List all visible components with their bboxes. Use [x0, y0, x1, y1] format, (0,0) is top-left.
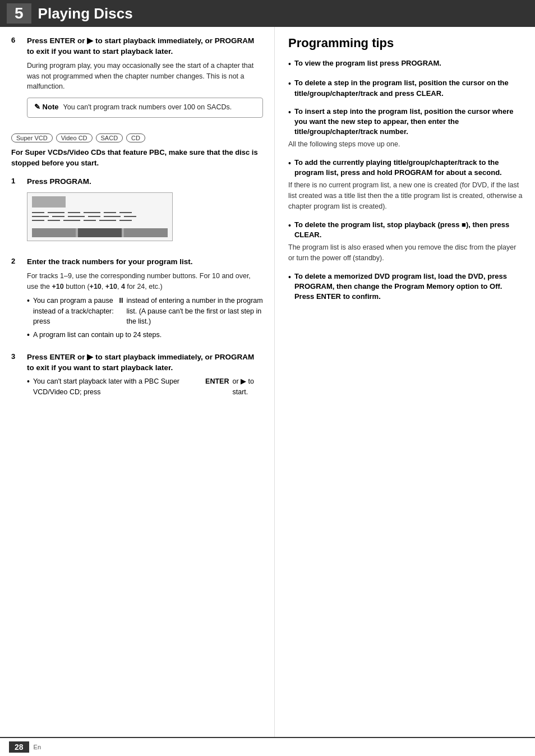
- footer-box-2: [78, 228, 122, 237]
- dash: [119, 220, 132, 221]
- step-1-number: 1: [11, 177, 27, 250]
- step-1-content: Press PROGRAM.: [27, 177, 263, 250]
- chapter-header: 5 Playing Discs: [0, 0, 535, 27]
- step-3-content: Press ENTER or ▶ to start playback immed…: [27, 352, 263, 401]
- dash: [104, 216, 121, 217]
- page-footer: 28 En: [0, 737, 535, 756]
- diagram-rows: [27, 210, 172, 227]
- bullet-pause: You can program a pause instead of a tra…: [27, 296, 263, 327]
- tip-4-detail: If there is no current program list, a n…: [288, 180, 524, 211]
- tip-5-bullet: To delete the program list, stop playbac…: [288, 220, 524, 240]
- tip-1-bullet: To view the program list press PROGRAM.: [288, 58, 524, 70]
- tip-4: To add the currently playing title/group…: [288, 158, 524, 212]
- diagram-footer: [32, 228, 168, 237]
- badge-super-vcd: Super VCD: [11, 133, 53, 142]
- footer-box-3: [124, 228, 168, 237]
- dash: [99, 220, 116, 221]
- footer-box-1: [32, 228, 76, 237]
- tips-list: To view the program list press PROGRAM. …: [288, 58, 524, 302]
- step-6-title: Press ENTER or ▶ to start playback immed…: [27, 36, 263, 57]
- chapter-title: Playing Discs: [38, 5, 133, 22]
- dash: [32, 220, 44, 221]
- diagram-row-1: [32, 212, 168, 213]
- dash: [68, 212, 80, 213]
- note-box: ✎ Note You can't program track numbers o…: [27, 98, 263, 118]
- tip-5-detail: The program list is also erased when you…: [288, 242, 524, 264]
- badge-cd: CD: [126, 133, 145, 142]
- badge-sacd: SACD: [96, 133, 123, 142]
- step-2-bullets: You can program a pause instead of a tra…: [27, 296, 263, 341]
- step-6-number: 6: [11, 36, 27, 126]
- note-icon-area: ✎ Note: [34, 103, 59, 113]
- format-badges: Super VCD Video CD SACD CD: [11, 133, 263, 142]
- main-content: 6 Press ENTER or ▶ to start playback imm…: [0, 27, 535, 737]
- tip-5-main: To delete the program list, stop playbac…: [294, 220, 524, 240]
- dash: [84, 212, 100, 213]
- dash: [32, 216, 49, 217]
- step-3-title: Press ENTER or ▶ to start playback immed…: [27, 352, 263, 374]
- tip-2-bullet: To delete a step in the program list, po…: [288, 78, 524, 98]
- dash: [48, 220, 60, 221]
- step-2-content: Enter the track numbers for your program…: [27, 257, 263, 344]
- bullet-pbc-limit: You can't start playback later with a PB…: [27, 376, 263, 398]
- step-3-bullets: You can't start playback later with a PB…: [27, 376, 263, 398]
- bullet-24steps: A program list can contain up to 24 step…: [27, 330, 263, 341]
- tip-3: To insert a step into the program list, …: [288, 107, 524, 150]
- step-2-body: For tracks 1–9, use the corresponding nu…: [27, 271, 263, 292]
- page: 5 Playing Discs 6 Press ENTER or ▶ to st…: [0, 0, 535, 756]
- pbc-text: For Super VCDs/Video CDs that feature PB…: [11, 147, 263, 169]
- badge-video-cd: Video CD: [56, 133, 93, 142]
- dash: [104, 212, 116, 213]
- tip-6-main: To delete a memorized DVD program list, …: [294, 271, 524, 302]
- left-column: 6 Press ENTER or ▶ to start playback imm…: [0, 27, 275, 737]
- chapter-number: 5: [7, 3, 31, 24]
- tip-5: To delete the program list, stop playbac…: [288, 220, 524, 264]
- note-content: You can't program track numbers over 100…: [63, 103, 232, 113]
- tips-title: Programming tips: [288, 36, 524, 50]
- tip-2: To delete a step in the program list, po…: [288, 78, 524, 98]
- tip-1-main: To view the program list press PROGRAM.: [294, 58, 441, 70]
- tip-4-bullet: To add the currently playing title/group…: [288, 158, 524, 178]
- dash: [52, 216, 64, 217]
- tip-6-bullet: To delete a memorized DVD program list, …: [288, 271, 524, 302]
- dash: [124, 216, 136, 217]
- dash: [48, 212, 64, 213]
- page-number: 28: [9, 741, 29, 753]
- step-1-title: Press PROGRAM.: [27, 177, 263, 187]
- diagram-row-3: [32, 220, 168, 221]
- step-6-content: Press ENTER or ▶ to start playback immed…: [27, 36, 263, 126]
- step-2-number: 2: [11, 257, 27, 344]
- right-column: Programming tips To view the program lis…: [275, 27, 535, 737]
- dash: [84, 220, 96, 221]
- step-6: 6 Press ENTER or ▶ to start playback imm…: [11, 36, 263, 126]
- tip-3-main: To insert a step into the program list, …: [294, 107, 524, 137]
- tip-3-bullet: To insert a step into the program list, …: [288, 107, 524, 137]
- step-3: 3 Press ENTER or ▶ to start playback imm…: [11, 352, 263, 401]
- dash: [63, 220, 80, 221]
- step-2: 2 Enter the track numbers for your progr…: [11, 257, 263, 344]
- diagram-row-2: [32, 216, 168, 217]
- tip-3-detail: All the following steps move up one.: [288, 139, 524, 150]
- dash: [68, 216, 85, 217]
- tip-4-main: To add the currently playing title/group…: [294, 158, 524, 178]
- dash: [119, 212, 132, 213]
- page-lang: En: [34, 744, 41, 750]
- dash: [88, 216, 100, 217]
- dash: [32, 212, 44, 213]
- step-2-title: Enter the track numbers for your program…: [27, 257, 263, 268]
- note-text: You can't program track numbers over 100…: [63, 103, 232, 113]
- tip-2-main: To delete a step in the program list, po…: [294, 78, 524, 98]
- tip-1: To view the program list press PROGRAM.: [288, 58, 524, 70]
- step-6-body: During program play, you may occasionall…: [27, 61, 263, 92]
- note-label: ✎ Note: [34, 103, 59, 111]
- diagram-header-bar: [32, 196, 66, 208]
- program-list-diagram: [27, 192, 173, 241]
- step-3-number: 3: [11, 352, 27, 401]
- tip-6: To delete a memorized DVD program list, …: [288, 271, 524, 302]
- step-1: 1 Press PROGRAM.: [11, 177, 263, 250]
